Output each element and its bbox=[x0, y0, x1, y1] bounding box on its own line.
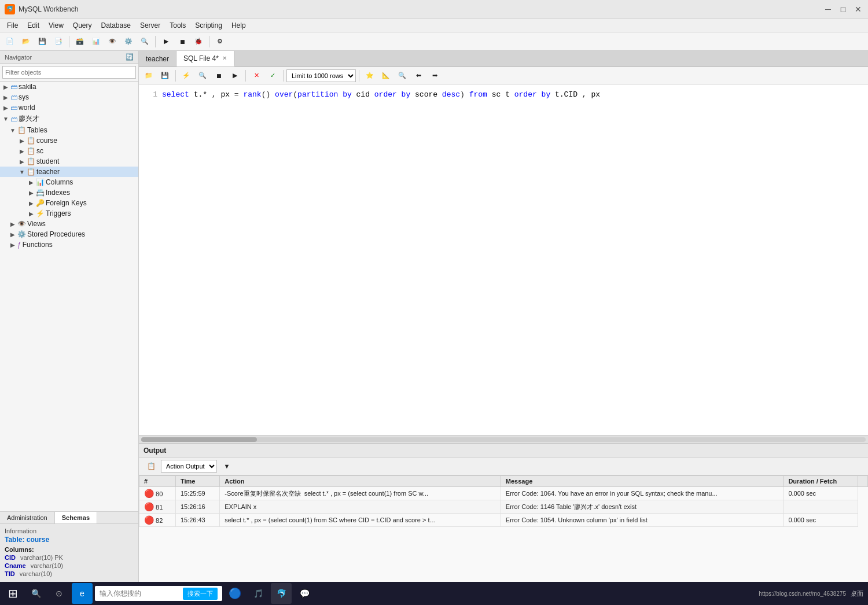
tab-sql-file[interactable]: SQL File 4* ✕ bbox=[176, 51, 234, 67]
taskbar-icon-3[interactable]: 💬 bbox=[294, 583, 315, 604]
schema-btn[interactable]: 🗃️ bbox=[72, 35, 87, 49]
horizontal-scrollbar[interactable] bbox=[139, 435, 868, 443]
save-file-btn[interactable]: 💾 bbox=[157, 69, 172, 83]
taskbar-icon-1[interactable]: 🔵 bbox=[225, 583, 245, 604]
prev-btn[interactable]: ⬅ bbox=[411, 69, 426, 83]
menu-file[interactable]: File bbox=[2, 20, 23, 31]
save-script-btn[interactable]: 📑 bbox=[51, 35, 66, 49]
group-tables[interactable]: ▼ 📋 Tables bbox=[0, 125, 138, 135]
proc-btn[interactable]: ⚙️ bbox=[121, 35, 136, 49]
new-query-btn[interactable]: 📄 bbox=[2, 35, 17, 49]
refresh-icon[interactable]: 🔄 bbox=[126, 53, 134, 61]
menu-view[interactable]: View bbox=[44, 20, 68, 31]
debug-btn[interactable]: 🐞 bbox=[191, 35, 206, 49]
output-row-80[interactable]: 🔴 80 15:25:59 -Score重复时保留名次空缺 select t.*… bbox=[139, 487, 868, 500]
explain-btn[interactable]: 🔍 bbox=[195, 69, 210, 83]
functions-label: Functions bbox=[23, 241, 53, 249]
save-btn[interactable]: 💾 bbox=[35, 35, 50, 49]
schema-sys[interactable]: ▶ 🗃 sys bbox=[0, 92, 138, 102]
schema-sakila[interactable]: ▶ 🗃 sakila bbox=[0, 82, 138, 92]
table-student[interactable]: ▶ 📋 student bbox=[0, 156, 138, 167]
menu-help[interactable]: Help bbox=[227, 20, 251, 31]
row-time-82: 15:26:43 bbox=[175, 514, 219, 527]
open-folder-btn[interactable]: 📁 bbox=[141, 69, 156, 83]
table-sc[interactable]: ▶ 📋 sc bbox=[0, 146, 138, 156]
open-file-btn[interactable]: 📂 bbox=[19, 35, 34, 49]
teacher-indexes[interactable]: ▶ 📇 Indexes bbox=[0, 187, 138, 198]
execute-btn[interactable]: ⚡ bbox=[179, 69, 194, 83]
start-button[interactable]: ⊞ bbox=[2, 583, 23, 604]
task-view-btn[interactable]: ⊙ bbox=[49, 583, 69, 604]
minimize-button[interactable]: ─ bbox=[823, 4, 833, 14]
menu-query[interactable]: Query bbox=[68, 20, 97, 31]
tab-administration[interactable]: Administration bbox=[0, 512, 55, 523]
error-btn[interactable]: ✕ bbox=[249, 69, 264, 83]
workbench-taskbar-item[interactable]: 🐬 bbox=[271, 583, 292, 604]
output-row-82[interactable]: 🔴 82 15:26:43 select t.* , px = (select … bbox=[139, 514, 868, 527]
limit-select[interactable]: Limit to 1000 rows bbox=[286, 69, 356, 82]
output-dropdown-btn[interactable]: ▼ bbox=[219, 459, 234, 473]
bookmark-btn[interactable]: ⭐ bbox=[362, 69, 377, 83]
run-current-btn[interactable]: ▶ bbox=[227, 69, 242, 83]
output-copy-btn[interactable]: 📋 bbox=[144, 459, 159, 473]
sql-code[interactable]: select t.* , px = rank() over(partition … bbox=[162, 89, 863, 430]
search-btn[interactable]: 🔍 bbox=[137, 35, 152, 49]
row-num-82: 🔴 82 bbox=[139, 514, 176, 527]
schema-liaoxingcai[interactable]: ▼ 🗃 廖兴才 bbox=[0, 113, 138, 125]
group-views[interactable]: ▶ 👁️ Views bbox=[0, 219, 138, 229]
group-stored-procedures[interactable]: ▶ ⚙️ Stored Procedures bbox=[0, 229, 138, 239]
find-btn[interactable]: 🔍 bbox=[395, 69, 410, 83]
teacher-foreignkeys[interactable]: ▶ 🔑 Foreign Keys bbox=[0, 198, 138, 208]
taskbar-search-button[interactable]: 搜索一下 bbox=[183, 588, 218, 600]
taskbar-right: https://blog.csdn.net/mo_4638275 桌面 bbox=[759, 589, 868, 598]
teacher-triggers[interactable]: ▶ ⚡ Triggers bbox=[0, 208, 138, 219]
settings-btn[interactable]: ⚙ bbox=[212, 35, 227, 49]
taskbar-search-input[interactable] bbox=[100, 589, 181, 597]
col-tid: TID varchar(10) bbox=[5, 570, 134, 577]
teacher-columns[interactable]: ▶ 📊 Columns bbox=[0, 177, 138, 187]
output-type-select[interactable]: Action Output bbox=[161, 460, 217, 473]
menu-database[interactable]: Database bbox=[97, 20, 135, 31]
output-row-81[interactable]: 🔴 81 15:26:16 EXPLAIN x Error Code: 1146… bbox=[139, 500, 868, 514]
stop-exec-btn[interactable]: ⏹ bbox=[211, 69, 226, 83]
tab-schemas[interactable]: Schemas bbox=[55, 512, 97, 523]
output-table: # Time Action Message Duration / Fetch bbox=[139, 475, 868, 582]
menu-edit[interactable]: Edit bbox=[23, 20, 44, 31]
arrow-teacher: ▼ bbox=[19, 169, 25, 175]
filter-input[interactable] bbox=[2, 66, 136, 79]
ok-btn[interactable]: ✓ bbox=[265, 69, 280, 83]
schema-icon-world: 🗃 bbox=[10, 104, 17, 112]
view-btn[interactable]: 👁️ bbox=[105, 35, 120, 49]
sql-editor[interactable]: 1 select t.* , px = rank() over(partitio… bbox=[139, 84, 868, 435]
browser-app[interactable]: e bbox=[72, 583, 93, 604]
table-btn[interactable]: 📊 bbox=[89, 35, 104, 49]
next-btn[interactable]: ➡ bbox=[427, 69, 442, 83]
menu-tools[interactable]: Tools bbox=[165, 20, 190, 31]
info-header-label: Information bbox=[5, 527, 134, 534]
tab-teacher[interactable]: teacher bbox=[139, 51, 176, 67]
table-course[interactable]: ▶ 📋 course bbox=[0, 135, 138, 146]
stop-btn[interactable]: ⏹ bbox=[175, 35, 190, 49]
editor-sep4 bbox=[359, 70, 359, 82]
run-btn[interactable]: ▶ bbox=[159, 35, 174, 49]
schema-world[interactable]: ▶ 🗃 world bbox=[0, 102, 138, 113]
menu-scripting[interactable]: Scripting bbox=[190, 20, 227, 31]
navigator-label: Navigator bbox=[5, 54, 32, 61]
close-button[interactable]: ✕ bbox=[853, 4, 863, 14]
row-action-81: EXPLAIN x bbox=[220, 500, 501, 514]
editor-toolbar: 📁 💾 ⚡ 🔍 ⏹ ▶ ✕ ✓ Limit to 1000 rows ⭐ 📐 🔍… bbox=[139, 67, 868, 84]
maximize-button[interactable]: □ bbox=[838, 4, 848, 14]
table-teacher[interactable]: ▼ 📋 teacher bbox=[0, 167, 138, 177]
tab-close-sql[interactable]: ✕ bbox=[222, 55, 227, 61]
search-icon[interactable]: 🔍 bbox=[25, 583, 46, 604]
group-functions[interactable]: ▶ ƒ Functions bbox=[0, 239, 138, 250]
row-msg-81: Error Code: 1146 Table '廖兴才.x' doesn't e… bbox=[501, 500, 784, 514]
format-btn[interactable]: 📐 bbox=[378, 69, 393, 83]
navigator-header: Navigator 🔄 bbox=[0, 51, 138, 64]
scroll-thumb[interactable] bbox=[141, 437, 257, 442]
menu-server[interactable]: Server bbox=[135, 20, 165, 31]
col-type-tid: varchar(10) bbox=[20, 570, 52, 577]
row-time-80: 15:25:59 bbox=[175, 487, 219, 500]
col-cname: Cname varchar(10) bbox=[5, 562, 134, 569]
taskbar-icon-2[interactable]: 🎵 bbox=[248, 583, 269, 604]
